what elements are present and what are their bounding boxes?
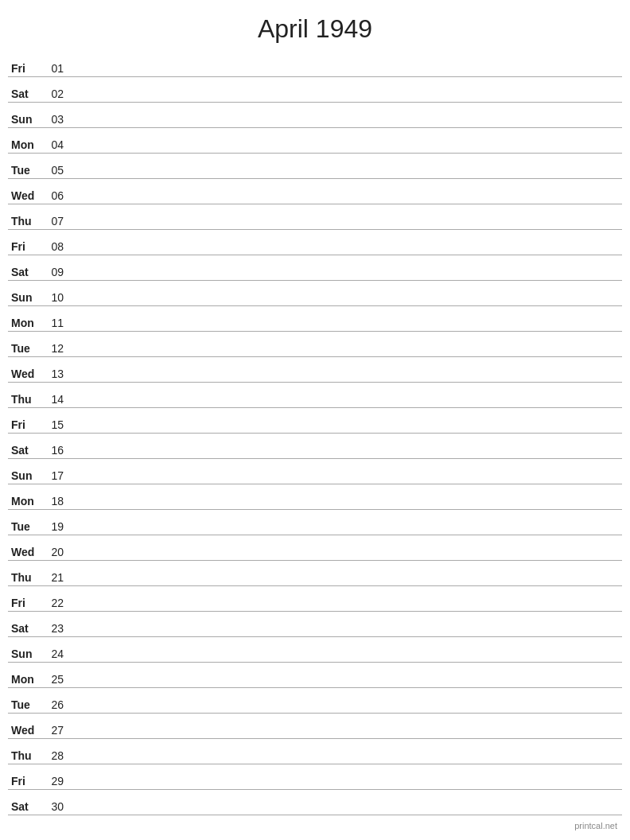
day-number: 27 — [46, 724, 70, 737]
day-number: 30 — [46, 800, 70, 813]
day-name: Fri — [8, 240, 46, 253]
day-name: Thu — [8, 215, 46, 228]
day-row: Sat30 — [8, 790, 622, 815]
day-name: Mon — [8, 138, 46, 151]
day-name: Mon — [8, 495, 46, 508]
day-name: Sun — [8, 113, 46, 126]
day-number: 16 — [46, 444, 70, 457]
day-number: 10 — [46, 291, 70, 304]
day-row: Thu21 — [8, 561, 622, 586]
day-name: Sat — [8, 444, 46, 457]
day-number: 24 — [46, 648, 70, 660]
day-name: Wed — [8, 724, 46, 737]
page-title: April 1949 — [0, 0, 630, 52]
day-number: 12 — [46, 342, 70, 355]
calendar-container: Fri01Sat02Sun03Mon04Tue05Wed06Thu07Fri08… — [0, 52, 630, 815]
day-number: 04 — [46, 138, 70, 151]
day-number: 21 — [46, 571, 70, 584]
day-name: Fri — [8, 62, 46, 75]
day-name: Wed — [8, 189, 46, 202]
day-row: Thu28 — [8, 739, 622, 764]
day-name: Wed — [8, 546, 46, 558]
day-row: Tue19 — [8, 510, 622, 535]
day-name: Thu — [8, 571, 46, 584]
day-row: Mon25 — [8, 663, 622, 688]
day-number: 22 — [46, 597, 70, 609]
day-number: 26 — [46, 698, 70, 711]
day-number: 29 — [46, 775, 70, 788]
day-name: Tue — [8, 520, 46, 533]
day-row: Sun17 — [8, 459, 622, 484]
day-row: Fri15 — [8, 408, 622, 434]
day-name: Sat — [8, 800, 46, 813]
day-name: Sun — [8, 648, 46, 660]
day-number: 11 — [46, 317, 70, 329]
day-row: Sun10 — [8, 281, 622, 306]
day-number: 08 — [46, 240, 70, 253]
day-name: Sat — [8, 266, 46, 278]
day-row: Fri08 — [8, 230, 622, 255]
day-number: 02 — [46, 88, 70, 100]
day-row: Thu14 — [8, 383, 622, 408]
day-row: Sat16 — [8, 434, 622, 459]
day-name: Sun — [8, 291, 46, 304]
day-name: Fri — [8, 597, 46, 609]
day-name: Sat — [8, 622, 46, 635]
day-row: Fri01 — [8, 52, 622, 77]
day-row: Tue26 — [8, 688, 622, 714]
day-row: Wed13 — [8, 357, 622, 383]
day-name: Wed — [8, 368, 46, 380]
day-row: Sat09 — [8, 255, 622, 281]
day-name: Thu — [8, 393, 46, 406]
day-name: Thu — [8, 749, 46, 762]
day-row: Sun24 — [8, 637, 622, 663]
day-number: 03 — [46, 113, 70, 126]
day-row: Tue12 — [8, 332, 622, 357]
day-number: 23 — [46, 622, 70, 635]
day-row: Wed20 — [8, 535, 622, 561]
day-number: 18 — [46, 495, 70, 508]
day-number: 28 — [46, 749, 70, 762]
day-number: 19 — [46, 520, 70, 533]
day-row: Fri22 — [8, 586, 622, 612]
day-number: 15 — [46, 418, 70, 431]
day-name: Tue — [8, 164, 46, 177]
day-name: Mon — [8, 317, 46, 329]
day-row: Fri29 — [8, 764, 622, 790]
day-number: 01 — [46, 62, 70, 75]
day-name: Tue — [8, 698, 46, 711]
day-number: 09 — [46, 266, 70, 278]
day-row: Wed06 — [8, 179, 622, 204]
day-number: 13 — [46, 368, 70, 380]
day-row: Mon11 — [8, 306, 622, 332]
day-row: Wed27 — [8, 714, 622, 739]
day-number: 07 — [46, 215, 70, 228]
day-row: Tue05 — [8, 154, 622, 179]
day-row: Mon18 — [8, 484, 622, 510]
day-number: 25 — [46, 673, 70, 686]
day-row: Sat23 — [8, 612, 622, 637]
day-row: Sun03 — [8, 103, 622, 128]
day-number: 05 — [46, 164, 70, 177]
day-number: 20 — [46, 546, 70, 558]
day-row: Thu07 — [8, 204, 622, 230]
day-name: Sun — [8, 469, 46, 482]
day-name: Sat — [8, 88, 46, 100]
day-name: Fri — [8, 775, 46, 788]
day-name: Tue — [8, 342, 46, 355]
day-number: 14 — [46, 393, 70, 406]
day-name: Mon — [8, 673, 46, 686]
day-row: Mon04 — [8, 128, 622, 154]
day-row: Sat02 — [8, 77, 622, 103]
day-number: 17 — [46, 469, 70, 482]
day-number: 06 — [46, 189, 70, 202]
day-name: Fri — [8, 418, 46, 431]
footer-credit: printcal.net — [574, 821, 617, 830]
